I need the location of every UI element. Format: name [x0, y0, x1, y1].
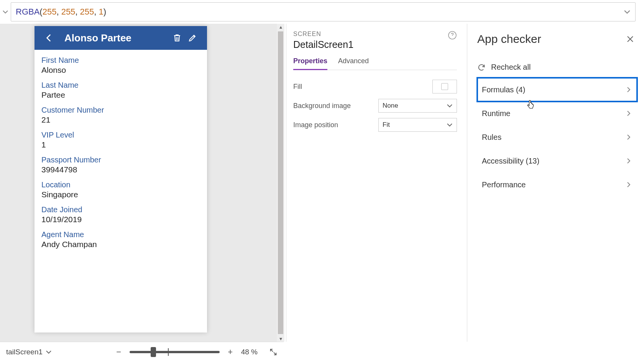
- prop-row-image-position: Image position Fit: [293, 116, 457, 134]
- field-location: Location Singapore: [41, 180, 200, 199]
- field-label: Customer Number: [41, 106, 200, 115]
- field-value: Andy Champan: [41, 240, 200, 249]
- back-icon[interactable]: [41, 33, 57, 43]
- scroll-down-icon[interactable]: ▾: [279, 336, 282, 342]
- checker-category-runtime[interactable]: Runtime: [477, 102, 637, 125]
- dropdown-value: Fit: [383, 121, 447, 129]
- field-label: VIP Level: [41, 131, 200, 139]
- properties-panel: SCREEN DetailScreen1 Properties Advanced…: [286, 24, 465, 342]
- field-label: Last Name: [41, 81, 200, 90]
- chevron-down-icon: [46, 349, 52, 355]
- dropdown-value: None: [383, 102, 447, 110]
- field-date-joined: Date Joined 10/19/2019: [41, 205, 200, 224]
- formula-bar[interactable]: RGBA(255, 255, 255, 1): [11, 2, 636, 21]
- prop-label: Fill: [293, 83, 378, 91]
- props-tabs: Properties Advanced: [293, 57, 457, 70]
- chevron-down-icon: [447, 103, 453, 109]
- chevron-right-icon: [626, 182, 632, 188]
- bg-image-dropdown[interactable]: None: [378, 99, 457, 113]
- zoom-controls: − + 48 %: [114, 347, 278, 357]
- zoom-out-button[interactable]: −: [114, 347, 123, 357]
- checker-category-formulas[interactable]: Formulas (4): [477, 78, 637, 102]
- formula-expand-icon[interactable]: [624, 8, 631, 15]
- checker-category-rules[interactable]: Rules: [477, 125, 637, 149]
- field-agent-name: Agent Name Andy Champan: [41, 230, 200, 249]
- prop-row-bg-image: Background image None: [293, 97, 457, 115]
- prop-row-fill: Fill: [293, 78, 457, 95]
- card-header: Alonso Partee: [34, 26, 207, 50]
- chevron-right-icon: [626, 87, 632, 93]
- fullscreen-icon[interactable]: [269, 348, 278, 356]
- field-first-name: First Name Alonso: [41, 56, 200, 75]
- chevron-down-icon: [447, 122, 453, 128]
- element-name: DetailScreen1: [293, 39, 448, 50]
- field-value: Alonso: [41, 66, 200, 75]
- app-checker-panel: App checker Recheck all Formulas (4) Run…: [467, 24, 644, 342]
- help-icon[interactable]: [448, 31, 457, 40]
- checker-category-accessibility[interactable]: Accessibility (13): [477, 149, 637, 173]
- formula-expand-left[interactable]: [0, 0, 11, 24]
- category-label: Accessibility (13): [482, 157, 539, 165]
- field-label: Passport Number: [41, 156, 200, 164]
- chevron-right-icon: [626, 134, 632, 140]
- image-position-dropdown[interactable]: Fit: [378, 118, 457, 132]
- slider-thumb[interactable]: [151, 347, 156, 357]
- close-button[interactable]: [623, 32, 637, 46]
- field-customer-number: Customer Number 21: [41, 106, 200, 124]
- edit-icon[interactable]: [185, 33, 200, 43]
- field-value: 1: [41, 140, 200, 149]
- field-label: First Name: [41, 56, 200, 65]
- category-label: Rules: [482, 133, 501, 142]
- breadcrumb[interactable]: tailScreen1: [6, 348, 52, 356]
- field-value: Singapore: [41, 190, 200, 199]
- category-label: Performance: [482, 180, 526, 189]
- app-checker-title: App checker: [477, 33, 541, 46]
- field-last-name: Last Name Partee: [41, 81, 200, 100]
- fill-color-button[interactable]: [432, 80, 457, 93]
- element-type-label: SCREEN: [293, 31, 448, 38]
- field-value: Partee: [41, 90, 200, 100]
- field-value: 10/19/2019: [41, 215, 200, 224]
- recheck-label: Recheck all: [491, 63, 531, 72]
- recheck-all-button[interactable]: Recheck all: [477, 63, 637, 72]
- tab-advanced[interactable]: Advanced: [338, 57, 369, 70]
- detail-screen-card[interactable]: Alonso Partee First Name Alonso Last Nam…: [34, 26, 207, 333]
- field-passport-number: Passport Number 39944798: [41, 156, 200, 174]
- zoom-slider[interactable]: [130, 351, 220, 353]
- field-value: 39944798: [41, 165, 200, 174]
- zoom-in-button[interactable]: +: [226, 347, 235, 357]
- field-vip-level: VIP Level 1: [41, 131, 200, 149]
- field-label: Date Joined: [41, 205, 200, 214]
- prop-label: Background image: [293, 102, 378, 110]
- category-label: Formulas (4): [482, 85, 525, 94]
- chevron-right-icon: [626, 158, 632, 164]
- field-value: 21: [41, 115, 200, 124]
- delete-icon[interactable]: [169, 33, 185, 43]
- prop-label: Image position: [293, 121, 378, 129]
- breadcrumb-text: tailScreen1: [6, 348, 43, 356]
- chevron-right-icon: [626, 110, 632, 116]
- card-body: First Name Alonso Last Name Partee Custo…: [34, 50, 207, 258]
- checker-category-performance[interactable]: Performance: [477, 173, 637, 197]
- category-label: Runtime: [482, 109, 510, 118]
- formula-text: RGBA(255, 255, 255, 1): [16, 7, 106, 17]
- tab-properties[interactable]: Properties: [293, 57, 327, 70]
- refresh-icon: [477, 63, 486, 72]
- status-bar: tailScreen1 − + 48 %: [0, 342, 284, 362]
- card-title: Alonso Partee: [64, 32, 131, 44]
- color-swatch-icon: [441, 83, 448, 90]
- scroll-up-icon[interactable]: ▴: [279, 24, 282, 30]
- field-label: Location: [41, 180, 200, 189]
- canvas-scrollbar[interactable]: ▴ ▾: [277, 24, 284, 342]
- field-label: Agent Name: [41, 230, 200, 239]
- canvas-stage[interactable]: Alonso Partee First Name Alonso Last Nam…: [0, 24, 284, 342]
- zoom-value: 48 %: [241, 348, 258, 356]
